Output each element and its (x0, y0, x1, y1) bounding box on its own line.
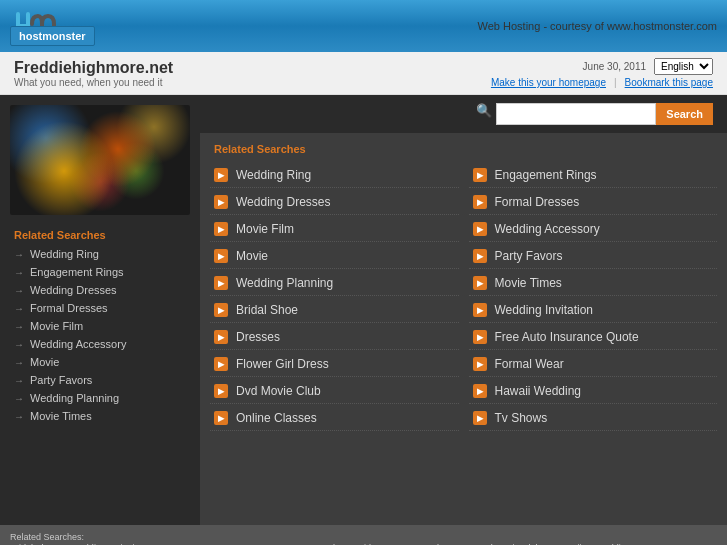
search-result-item[interactable]: ▶Movie Times (469, 271, 718, 296)
result-icon: ▶ (214, 411, 228, 425)
sidebar-item[interactable]: →Movie Times (0, 407, 200, 425)
search-result-item[interactable]: ▶Wedding Planning (210, 271, 459, 296)
search-result-item[interactable]: ▶Movie (210, 244, 459, 269)
site-date-area: June 30, 2011 English Make this your hom… (491, 58, 713, 88)
search-result-item[interactable]: ▶Wedding Dresses (210, 190, 459, 215)
arrow-icon: → (14, 321, 24, 332)
sidebar-item[interactable]: →Wedding Accessory (0, 335, 200, 353)
search-icon: 🔍 (476, 103, 492, 125)
hostmonster-badge: hostmonster (10, 26, 95, 46)
search-result-item[interactable]: ▶Bridal Shoe (210, 298, 459, 323)
arrow-icon: → (14, 375, 24, 386)
search-bar-area: 🔍 Search (200, 95, 727, 133)
arrow-icon: → (14, 303, 24, 314)
result-icon: ▶ (214, 330, 228, 344)
arrow-icon: → (14, 393, 24, 404)
top-header: hostmonster Web Hosting - courtesy of ww… (0, 0, 727, 52)
bottom-bar: Related Searches: Bridal ShoeWedding Inv… (0, 525, 727, 545)
search-button[interactable]: Search (656, 103, 713, 125)
search-result-item[interactable]: ▶Movie Film (210, 217, 459, 242)
search-result-item[interactable]: ▶Wedding Invitation (469, 298, 718, 323)
result-icon: ▶ (473, 276, 487, 290)
result-icon: ▶ (214, 276, 228, 290)
sidebar-related-title: Related Searches (0, 225, 200, 245)
arrow-icon: → (14, 339, 24, 350)
arrow-icon: → (14, 357, 24, 368)
result-icon: ▶ (214, 222, 228, 236)
arrow-icon: → (14, 267, 24, 278)
search-result-item[interactable]: ▶Hawaii Wedding (469, 379, 718, 404)
result-icon: ▶ (214, 168, 228, 182)
result-icon: ▶ (473, 195, 487, 209)
search-input[interactable] (496, 103, 656, 125)
hosting-text: Web Hosting - courtesy of www.hostmonste… (478, 20, 717, 32)
site-subtitle: What you need, when you need it (14, 77, 173, 88)
search-result-item[interactable]: ▶Dvd Movie Club (210, 379, 459, 404)
arrow-icon: → (14, 249, 24, 260)
result-icon: ▶ (214, 249, 228, 263)
result-icon: ▶ (473, 411, 487, 425)
result-icon: ▶ (473, 384, 487, 398)
search-result-item[interactable]: ▶Flower Girl Dress (210, 352, 459, 377)
search-result-item[interactable]: ▶Engagement Rings (469, 163, 718, 188)
search-result-item[interactable]: ▶Tv Shows (469, 406, 718, 431)
sidebar-item[interactable]: →Movie (0, 353, 200, 371)
search-result-item[interactable]: ▶Formal Dresses (469, 190, 718, 215)
sidebar-item[interactable]: →Wedding Ring (0, 245, 200, 263)
sidebar-item[interactable]: →Wedding Planning (0, 389, 200, 407)
main-content: Related Searches →Wedding Ring→Engagemen… (0, 95, 727, 525)
result-icon: ▶ (214, 384, 228, 398)
search-results-grid: ▶Wedding Ring▶Engagement Rings▶Wedding D… (210, 163, 717, 431)
search-result-item[interactable]: ▶Wedding Ring (210, 163, 459, 188)
sidebar-item[interactable]: →Engagement Rings (0, 263, 200, 281)
homepage-link[interactable]: Make this your homepage (491, 77, 606, 88)
site-title: Freddiehighmore.net (14, 59, 173, 77)
result-icon: ▶ (214, 357, 228, 371)
arrow-icon: → (14, 285, 24, 296)
sidebar-items: →Wedding Ring→Engagement Rings→Wedding D… (0, 245, 200, 425)
result-icon: ▶ (473, 357, 487, 371)
result-icon: ▶ (214, 303, 228, 317)
search-result-item[interactable]: ▶Free Auto Insurance Quote (469, 325, 718, 350)
result-icon: ▶ (214, 195, 228, 209)
sidebar-item[interactable]: →Party Favors (0, 371, 200, 389)
bookmark-link[interactable]: Bookmark this page (625, 77, 713, 88)
site-header: Freddiehighmore.net What you need, when … (0, 52, 727, 95)
related-searches-panel: Related Searches ▶Wedding Ring▶Engagemen… (200, 133, 727, 525)
result-icon: ▶ (473, 168, 487, 182)
result-icon: ▶ (473, 303, 487, 317)
left-sidebar: Related Searches →Wedding Ring→Engagemen… (0, 95, 200, 525)
language-select[interactable]: English (654, 58, 713, 75)
sidebar-item[interactable]: →Movie Film (0, 317, 200, 335)
search-result-item[interactable]: ▶Wedding Accessory (469, 217, 718, 242)
site-date: June 30, 2011 (583, 61, 646, 72)
site-actions: Make this your homepage | Bookmark this … (491, 77, 713, 88)
result-icon: ▶ (473, 222, 487, 236)
result-icon: ▶ (473, 249, 487, 263)
search-result-item[interactable]: ▶Online Classes (210, 406, 459, 431)
search-result-item[interactable]: ▶Formal Wear (469, 352, 718, 377)
related-searches-title: Related Searches (210, 143, 717, 155)
site-title-area: Freddiehighmore.net What you need, when … (14, 59, 173, 88)
sidebar-item[interactable]: →Formal Dresses (0, 299, 200, 317)
search-result-item[interactable]: ▶Dresses (210, 325, 459, 350)
search-result-item[interactable]: ▶Party Favors (469, 244, 718, 269)
arrow-icon: → (14, 411, 24, 422)
result-icon: ▶ (473, 330, 487, 344)
sidebar-item[interactable]: →Wedding Dresses (0, 281, 200, 299)
main-panel: 🔍 Search Related Searches ▶Wedding Ring▶… (200, 95, 727, 525)
bottom-bar-label: Related Searches: (10, 532, 84, 542)
sidebar-image (10, 105, 190, 215)
